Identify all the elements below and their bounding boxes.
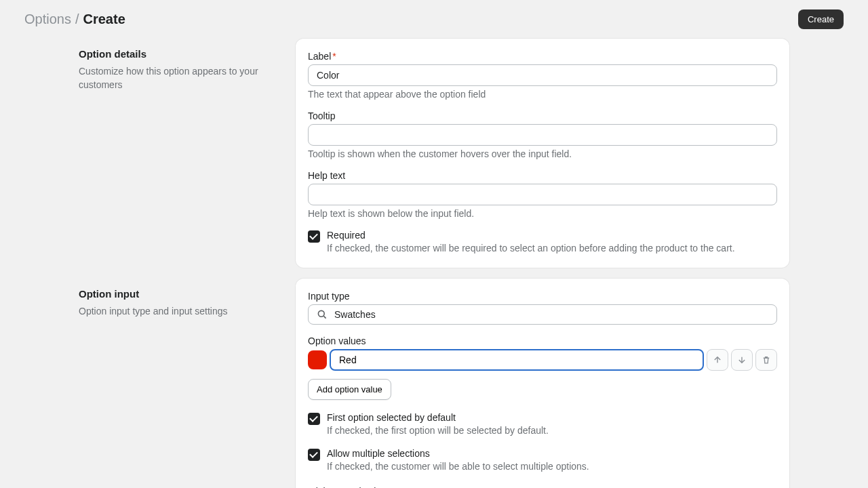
tooltip-input[interactable] [308,124,777,146]
helptext-field-label: Help text [308,170,777,181]
create-button[interactable]: Create [798,9,844,29]
input-type-select[interactable]: Swatches [308,304,777,325]
color-swatch[interactable] [308,350,327,369]
add-option-value-button[interactable]: Add option value [308,379,391,400]
input-type-value: Swatches [334,309,376,320]
tooltip-help: Tooltip is shown when the customer hover… [308,148,777,159]
allow-multiple-title: Allow multiple selections [327,448,777,459]
breadcrumb-current: Create [83,12,125,27]
required-desc: If checked, the customer will be require… [327,242,777,256]
svg-point-0 [318,310,324,317]
first-selected-desc: If checked, the first option will be sel… [327,424,777,438]
search-icon [317,309,328,320]
required-title: Required [327,230,777,241]
helptext-input[interactable] [308,184,777,205]
section-desc-details: Customize how this option appears to you… [79,65,282,92]
helptext-help: Help text is shown below the input field… [308,208,777,219]
option-values-label: Option values [308,336,777,346]
section-title-input: Option input [79,288,282,300]
move-down-button[interactable] [731,349,753,371]
trash-icon [762,355,771,365]
option-value-row [308,349,777,371]
first-selected-checkbox[interactable] [308,413,320,425]
allow-multiple-desc: If checked, the customer will be able to… [327,460,777,474]
tooltip-field-label: Tooltip [308,110,777,121]
delete-button[interactable] [755,349,777,371]
breadcrumb-separator: / [75,12,79,27]
allow-multiple-checkbox[interactable] [308,449,320,461]
section-desc-input: Option input type and input settings [79,305,282,319]
arrow-up-icon [713,355,722,365]
move-up-button[interactable] [707,349,728,371]
section-title-details: Option details [79,48,282,60]
label-input[interactable] [308,64,777,86]
required-checkbox[interactable] [308,230,320,243]
label-help: The text that appear above the option fi… [308,89,777,100]
label-field-label: Label* [308,51,777,62]
input-type-label: Input type [308,291,777,302]
first-selected-title: First option selected by default [327,412,777,423]
arrow-down-icon [737,355,747,365]
breadcrumb-parent[interactable]: Options [24,12,71,27]
option-value-input[interactable] [330,349,704,371]
breadcrumb: Options / Create [24,12,125,27]
